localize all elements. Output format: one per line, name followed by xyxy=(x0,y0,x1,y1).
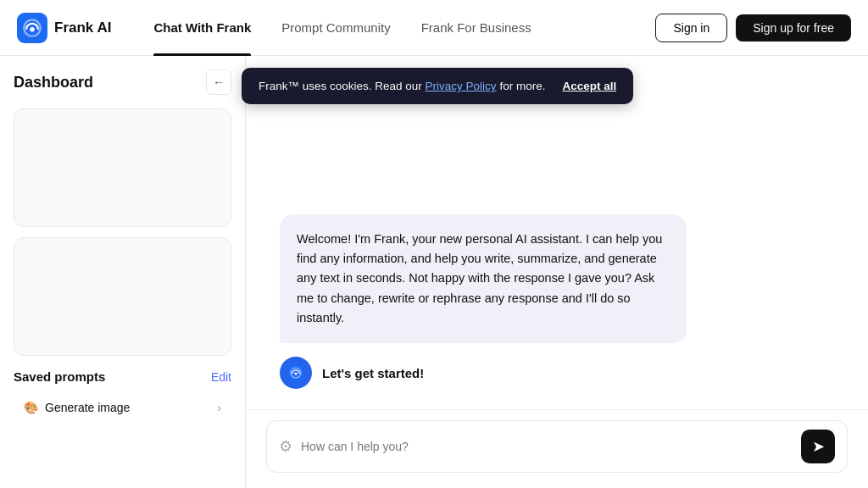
send-button[interactable]: ➤ xyxy=(801,430,835,463)
avatar xyxy=(280,357,312,389)
privacy-policy-link[interactable]: Privacy Policy xyxy=(426,80,497,92)
welcome-message-text: Welcome! I'm Frank, your new personal AI… xyxy=(297,232,662,324)
send-icon: ➤ xyxy=(812,437,825,456)
nav-prompt-community[interactable]: Prompt Community xyxy=(266,0,405,56)
chat-input-wrap: ⚙ ➤ xyxy=(266,420,848,473)
main-layout: Dashboard ← Saved prompts Edit 🎨 Generat… xyxy=(0,56,868,488)
list-item[interactable]: 🎨 Generate image › xyxy=(14,392,231,423)
svg-point-3 xyxy=(294,372,297,374)
chat-input-area: ⚙ ➤ xyxy=(246,409,868,488)
chat-messages: Welcome! I'm Frank, your new personal AI… xyxy=(246,56,868,409)
signin-button[interactable]: Sign in xyxy=(655,14,727,42)
nav-chat-with-frank[interactable]: Chat With Frank xyxy=(138,0,266,56)
saved-item-content: 🎨 Generate image xyxy=(24,401,130,414)
nav-actions: Sign in Sign up for free xyxy=(655,14,851,42)
sidebar-title: Dashboard xyxy=(14,74,93,92)
sidebar-toggle-button[interactable]: ← xyxy=(206,69,231,95)
nav-links: Chat With Frank Prompt Community Frank F… xyxy=(138,0,655,56)
cookie-banner: Frank™ uses cookies. Read our Privacy Po… xyxy=(242,68,633,104)
chat-cta-text: Let's get started! xyxy=(322,366,424,380)
navbar: Frank AI Chat With Frank Prompt Communit… xyxy=(0,0,868,56)
cookie-text: Frank™ uses cookies. Read our Privacy Po… xyxy=(259,80,545,92)
chat-input[interactable] xyxy=(301,440,793,453)
brand-name: Frank AI xyxy=(54,19,111,36)
saved-prompts-title: Saved prompts xyxy=(14,369,105,384)
logo[interactable]: Frank AI xyxy=(17,13,111,43)
welcome-message-bubble: Welcome! I'm Frank, your new personal AI… xyxy=(280,214,687,343)
sidebar-card-2 xyxy=(14,237,231,356)
sidebar-header: Dashboard ← xyxy=(14,69,231,95)
svg-point-1 xyxy=(30,27,34,31)
frank-avatar-icon xyxy=(287,363,305,382)
frank-ai-logo-icon xyxy=(17,13,47,43)
saved-prompts-header: Saved prompts Edit xyxy=(14,369,231,384)
chat-area: Welcome! I'm Frank, your new personal AI… xyxy=(246,56,868,488)
chevron-right-icon: › xyxy=(217,401,221,414)
sidebar: Dashboard ← Saved prompts Edit 🎨 Generat… xyxy=(0,56,246,488)
nav-frank-for-business[interactable]: Frank For Business xyxy=(406,0,547,56)
sidebar-card-1 xyxy=(14,108,231,227)
cookie-accept-button[interactable]: Accept all xyxy=(562,80,616,92)
sidebar-saved-prompts: Saved prompts Edit 🎨 Generate image › xyxy=(14,369,231,423)
signup-button[interactable]: Sign up for free xyxy=(736,14,851,42)
chat-cta-row: Let's get started! xyxy=(280,357,834,389)
saved-item-label: Generate image xyxy=(45,401,130,414)
prompt-icon: ⚙ xyxy=(279,437,292,456)
saved-item-emoji: 🎨 xyxy=(24,401,38,414)
saved-prompts-edit[interactable]: Edit xyxy=(211,370,231,384)
